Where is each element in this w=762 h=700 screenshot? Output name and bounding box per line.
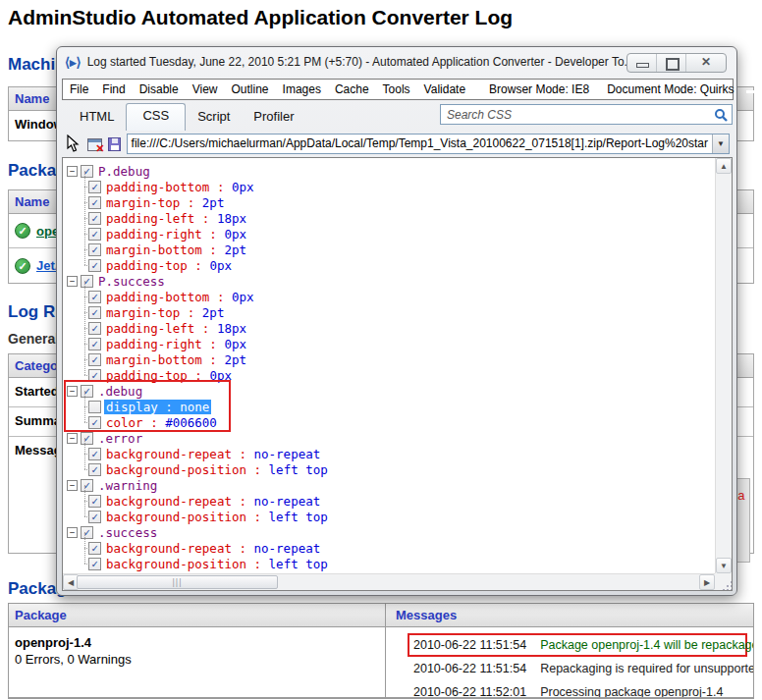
tab-html[interactable]: HTML xyxy=(68,105,126,130)
css-property-row[interactable]: ✓padding-right : 0px xyxy=(63,226,715,242)
property-checkbox[interactable]: ✓ xyxy=(88,259,101,272)
menu-item-outline[interactable]: Outline xyxy=(225,82,276,96)
css-property-row[interactable]: ✓padding-left : 18px xyxy=(63,210,715,226)
search-input[interactable]: Search CSS xyxy=(440,104,733,125)
css-rule-row[interactable]: −✓P.debug xyxy=(63,163,715,179)
horizontal-scrollbar[interactable]: ◀ ▶ xyxy=(63,573,715,590)
minimize-icon[interactable] xyxy=(627,54,657,72)
property-checkbox[interactable]: ✓ xyxy=(88,291,101,303)
css-property-row[interactable]: ✓background-repeat : no-repeat xyxy=(63,540,715,556)
property-checkbox[interactable]: ✓ xyxy=(88,322,101,335)
menu-item-file[interactable]: File xyxy=(63,82,95,96)
property-checkbox[interactable]: ✓ xyxy=(88,542,101,555)
property-checkbox[interactable] xyxy=(88,401,101,413)
search-icon[interactable] xyxy=(714,108,728,122)
scroll-up-icon[interactable]: ▲ xyxy=(716,158,732,174)
success-icon: ✓ xyxy=(15,258,30,274)
mode-menu-item[interactable]: Document Mode: Quirks xyxy=(598,82,742,96)
menu-item-tools[interactable]: Tools xyxy=(376,82,417,96)
property-checkbox[interactable]: ✓ xyxy=(88,558,101,570)
save-icon[interactable] xyxy=(108,137,121,151)
menu-item-disable[interactable]: Disable xyxy=(133,82,186,96)
collapse-icon[interactable]: − xyxy=(67,480,78,491)
css-property-row[interactable]: ✓background-repeat : no-repeat xyxy=(63,493,715,509)
menu-item-validate[interactable]: Validate xyxy=(417,82,472,96)
css-rule-row[interactable]: −✓.debug xyxy=(63,383,715,399)
property-label: padding-bottom : 0px xyxy=(104,180,256,194)
menu-item-images[interactable]: Images xyxy=(276,82,328,96)
menu-item-cache[interactable]: Cache xyxy=(328,82,376,96)
tab-css[interactable]: CSS xyxy=(126,103,186,131)
property-checkbox[interactable]: ✓ xyxy=(88,495,101,508)
property-checkbox[interactable]: ✓ xyxy=(88,369,101,382)
property-checkbox[interactable]: ✓ xyxy=(88,181,101,193)
scroll-down-icon[interactable]: ▼ xyxy=(716,558,732,573)
property-label: color : #006600 xyxy=(104,415,219,430)
rule-checkbox[interactable]: ✓ xyxy=(81,526,93,539)
property-checkbox[interactable]: ✓ xyxy=(88,338,101,350)
package-messages-table: Package Messages openproj-1.4 0 Errors, … xyxy=(8,603,754,699)
scrollbar-thumb[interactable] xyxy=(77,575,278,589)
address-combobox[interactable]: file:///C:/Users/michaelurman/AppData/Lo… xyxy=(127,134,730,154)
dropdown-arrow-icon[interactable]: ▼ xyxy=(712,135,729,153)
property-checkbox[interactable]: ✓ xyxy=(88,511,101,523)
scroll-right-icon[interactable]: ▶ xyxy=(699,574,715,590)
css-property-row[interactable]: ✓padding-bottom : 0px xyxy=(63,179,715,194)
property-checkbox[interactable]: ✓ xyxy=(88,306,101,319)
css-property-row[interactable]: ✓padding-top : 0px xyxy=(63,257,715,273)
collapse-icon[interactable]: − xyxy=(67,433,78,444)
rule-checkbox[interactable]: ✓ xyxy=(81,432,93,445)
property-label: background-repeat : no-repeat xyxy=(104,494,322,509)
vertical-scrollbar[interactable]: ▲ ▼ xyxy=(715,158,732,573)
select-element-cursor-icon[interactable] xyxy=(65,135,82,152)
property-label: background-position : left top xyxy=(104,510,330,524)
rule-checkbox[interactable]: ✓ xyxy=(81,275,93,288)
menu-item-find[interactable]: Find xyxy=(95,82,132,96)
property-label: margin-bottom : 2pt xyxy=(104,352,248,367)
property-checkbox[interactable]: ✓ xyxy=(88,228,101,241)
rule-checkbox[interactable]: ✓ xyxy=(81,479,93,492)
rule-checkbox[interactable]: ✓ xyxy=(81,165,93,178)
table-row: openproj-1.4 0 Errors, 0 Warnings 2010-0… xyxy=(9,627,753,698)
property-checkbox[interactable]: ✓ xyxy=(88,196,101,209)
css-property-row[interactable]: ✓margin-top : 2pt xyxy=(63,304,715,320)
collapse-icon[interactable]: − xyxy=(67,386,78,397)
css-property-row[interactable]: ✓padding-left : 18px xyxy=(63,320,715,336)
mode-menu-item[interactable]: Browser Mode: IE8 xyxy=(480,82,598,96)
tab-profiler[interactable]: Profiler xyxy=(242,105,305,130)
css-property-row[interactable]: ✓background-position : left top xyxy=(63,509,715,524)
css-property-row[interactable]: display : none xyxy=(63,399,715,414)
css-rule-row[interactable]: −✓.warning xyxy=(63,477,715,493)
css-rule-row[interactable]: −✓P.success xyxy=(63,273,715,289)
collapse-icon[interactable]: − xyxy=(67,276,78,287)
css-rule-row[interactable]: −✓.error xyxy=(63,430,715,446)
disable-element-icon[interactable] xyxy=(87,138,102,151)
css-property-row[interactable]: ✓background-position : left top xyxy=(63,461,715,477)
rule-checkbox[interactable]: ✓ xyxy=(81,385,93,398)
css-property-row[interactable]: ✓margin-top : 2pt xyxy=(63,194,715,210)
property-checkbox[interactable]: ✓ xyxy=(88,212,101,225)
css-property-row[interactable]: ✓color : #006600 xyxy=(63,414,715,430)
property-checkbox[interactable]: ✓ xyxy=(88,463,101,476)
collapse-icon[interactable]: − xyxy=(67,166,78,177)
property-checkbox[interactable]: ✓ xyxy=(88,448,101,460)
css-property-row[interactable]: ✓background-repeat : no-repeat xyxy=(63,446,715,461)
css-property-row[interactable]: ✓margin-bottom : 2pt xyxy=(63,242,715,257)
property-checkbox[interactable]: ✓ xyxy=(88,416,101,429)
restore-icon[interactable] xyxy=(657,54,686,72)
resize-grip[interactable] xyxy=(715,573,732,590)
css-property-row[interactable]: ✓background-position : left top xyxy=(63,556,715,571)
tab-script[interactable]: Script xyxy=(186,105,242,130)
css-property-row[interactable]: ✓margin-bottom : 2pt xyxy=(63,351,715,367)
collapse-icon[interactable]: − xyxy=(67,527,78,538)
property-checkbox[interactable]: ✓ xyxy=(88,243,101,256)
css-property-row[interactable]: ✓padding-right : 0px xyxy=(63,336,715,351)
css-property-row[interactable]: ✓padding-top : 0px xyxy=(63,367,715,383)
css-property-row[interactable]: ✓padding-bottom : 0px xyxy=(63,289,715,304)
property-checkbox[interactable]: ✓ xyxy=(88,353,101,366)
property-label: margin-bottom : 2pt xyxy=(104,242,248,257)
menu-item-view[interactable]: View xyxy=(186,82,225,96)
css-rule-row[interactable]: −✓.success xyxy=(63,524,715,540)
menu-bar: FileFindDisableViewOutlineImagesCacheToo… xyxy=(62,79,734,100)
close-icon[interactable] xyxy=(686,54,726,72)
